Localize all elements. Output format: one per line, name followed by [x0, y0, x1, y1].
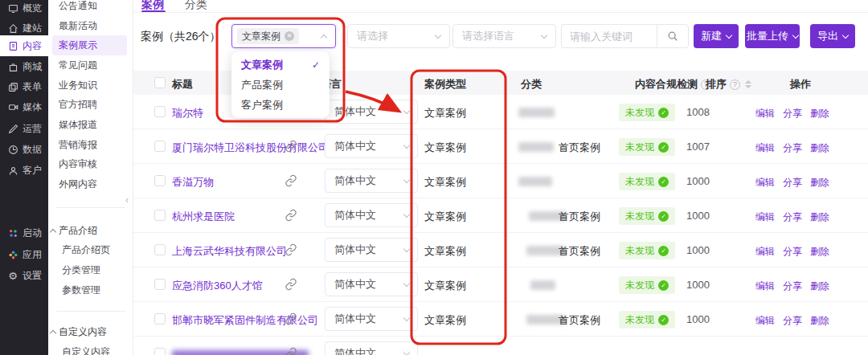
rail-item-data[interactable]: 数据: [0, 139, 48, 160]
link-icon[interactable]: [285, 278, 297, 291]
delete-link[interactable]: 删除: [810, 245, 829, 259]
share-link[interactable]: 分享: [783, 245, 802, 259]
submenu-item-category-management[interactable]: 分类管理: [62, 263, 100, 277]
keyword-input[interactable]: [561, 24, 657, 48]
language-select[interactable]: 简体中文: [325, 134, 418, 158]
edit-link[interactable]: 编辑: [755, 245, 775, 259]
row-checkbox[interactable]: [154, 210, 166, 221]
help-icon[interactable]: ?: [730, 80, 740, 90]
language-select[interactable]: 简体中文: [325, 238, 418, 262]
submenu-group-product-intro[interactable]: 产品介绍: [51, 223, 97, 238]
rail-item-overview[interactable]: 概览: [0, 0, 48, 18]
rail-item-form[interactable]: 表单: [0, 76, 48, 97]
tab-cases[interactable]: 案例: [141, 0, 164, 10]
new-button[interactable]: 新建: [694, 24, 739, 48]
edit-link[interactable]: 编辑: [755, 210, 775, 224]
edit-link[interactable]: 编辑: [755, 280, 775, 293]
batch-upload-button[interactable]: 批量上传: [745, 24, 800, 48]
submenu-group-custom-content[interactable]: 自定义内容: [51, 324, 107, 339]
header-category: 分类: [521, 77, 542, 92]
rail-item-customer[interactable]: 客户: [0, 160, 48, 181]
edit-link[interactable]: 编辑: [755, 107, 775, 120]
row-checkbox[interactable]: [154, 175, 166, 186]
rail-item-operation[interactable]: 运营: [0, 118, 48, 139]
link-icon[interactable]: [285, 140, 297, 153]
compliance-badge: 未发现 ✓: [619, 104, 675, 121]
submenu-item-latest-activity[interactable]: 最新活动: [59, 18, 97, 33]
tag-close-icon[interactable]: ✕: [285, 31, 294, 41]
share-link[interactable]: 分享: [783, 176, 802, 190]
delete-link[interactable]: 删除: [810, 176, 829, 190]
row-checkbox[interactable]: [154, 244, 166, 255]
case-title-link[interactable]: 上海云武华科技有限公司: [172, 244, 287, 259]
share-link[interactable]: 分享: [783, 280, 802, 293]
sidebar-collapse-icon[interactable]: ‹: [125, 194, 129, 206]
case-title-link[interactable]: 瑞尔特: [172, 106, 203, 120]
language-select[interactable]: 简体中文: [325, 203, 418, 227]
case-title-link[interactable]: 厦门瑞尔特卫浴科技股份有限公司: [172, 141, 329, 155]
share-link[interactable]: 分享: [783, 141, 802, 155]
search-button[interactable]: [657, 24, 689, 48]
row-checkbox[interactable]: [154, 141, 166, 152]
submenu-item-product-intro-page[interactable]: 产品介绍页: [62, 243, 110, 257]
language-select[interactable]: 简体中文: [325, 341, 418, 355]
delete-link[interactable]: 删除: [810, 141, 829, 155]
edit-link[interactable]: 编辑: [755, 314, 775, 328]
dropdown-option-customer[interactable]: 客户案例: [231, 95, 330, 115]
link-icon[interactable]: [285, 243, 297, 256]
delete-link[interactable]: 删除: [810, 314, 829, 328]
rail-item-settings[interactable]: ⚙ 设置: [0, 265, 48, 286]
export-button[interactable]: 导出: [810, 24, 855, 48]
row-checkbox[interactable]: [154, 106, 166, 117]
submenu-item-marketing-posters[interactable]: 营销海报: [59, 137, 97, 152]
delete-link[interactable]: 删除: [810, 280, 829, 293]
badge-label: 未发现: [625, 106, 654, 120]
category-filter-select[interactable]: 请选择: [347, 24, 450, 48]
share-link[interactable]: 分享: [783, 210, 802, 224]
submenu-item-media-reports[interactable]: 媒体报道: [59, 117, 97, 132]
submenu-item-faq[interactable]: 常见问题: [59, 58, 97, 72]
rail-item-apps[interactable]: 应用: [0, 244, 48, 265]
table-row: 应急消防360人才馆 简体中文 文章案例 未发现 ✓ 1000 编辑 分享 删除: [133, 267, 868, 302]
dropdown-option-article[interactable]: 文章案例 ✓: [231, 55, 330, 75]
link-icon[interactable]: [285, 312, 297, 325]
rail-item-launch[interactable]: 启动: [0, 222, 48, 243]
case-type-select[interactable]: 文章案例 ✕: [231, 24, 336, 48]
submenu-item-recruitment[interactable]: 官方招聘: [59, 97, 97, 112]
edit-link[interactable]: 编辑: [755, 176, 775, 190]
edit-link[interactable]: 编辑: [755, 141, 775, 155]
submenu-item-parameter-management[interactable]: 参数管理: [62, 283, 100, 297]
row-checkbox[interactable]: [154, 279, 166, 290]
row-checkbox[interactable]: [154, 313, 166, 324]
tab-categories[interactable]: 分类: [185, 0, 207, 10]
row-checkbox[interactable]: [154, 348, 166, 355]
language-select[interactable]: 简体中文: [325, 272, 418, 296]
link-icon[interactable]: [285, 209, 297, 222]
submenu-item-announcements[interactable]: 公告通知: [59, 0, 97, 13]
share-link[interactable]: 分享: [783, 314, 802, 328]
dropdown-option-product[interactable]: 产品案例: [231, 75, 330, 95]
select-all-checkbox[interactable]: [154, 77, 166, 88]
case-title-link[interactable]: 应急消防360人才馆: [172, 279, 263, 293]
language-select[interactable]: 简体中文: [325, 307, 418, 331]
link-icon[interactable]: [285, 174, 297, 187]
language-filter-select[interactable]: 请选择语言: [452, 24, 556, 48]
language-select[interactable]: 简体中文: [325, 100, 418, 124]
sort-value: 1000: [686, 244, 710, 256]
submenu-item-external-content[interactable]: 外网内容: [59, 177, 97, 191]
case-title-link[interactable]: 杭州求是医院: [172, 210, 235, 224]
submenu-item-case-display[interactable]: 案例展示: [59, 38, 97, 52]
submenu-item-custom-content[interactable]: 自定义内容: [62, 345, 110, 355]
rail-item-mall[interactable]: 商城: [0, 56, 48, 77]
rail-item-content[interactable]: 内容: [0, 35, 48, 56]
submenu-item-content-review[interactable]: 内容审核: [59, 157, 97, 171]
share-link[interactable]: 分享: [783, 107, 802, 120]
rail-item-media[interactable]: 媒体: [0, 96, 48, 117]
submenu-item-business-knowledge[interactable]: 业务知识: [59, 78, 97, 92]
delete-link[interactable]: 删除: [810, 107, 829, 120]
delete-link[interactable]: 删除: [810, 210, 829, 224]
language-select[interactable]: 简体中文: [325, 169, 418, 193]
sort-toggle-icon[interactable]: [745, 80, 751, 88]
link-icon[interactable]: [285, 347, 297, 355]
case-title-link[interactable]: 香溢万物: [172, 175, 214, 190]
